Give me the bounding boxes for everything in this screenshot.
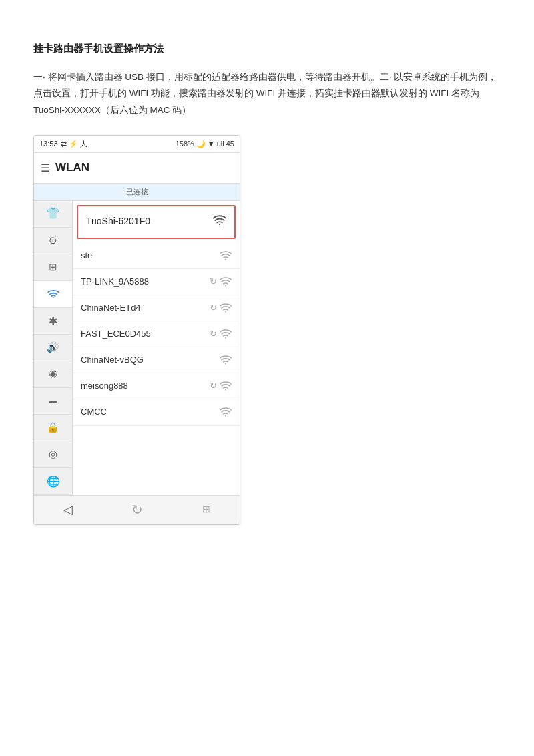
- status-time: 13:53: [39, 138, 58, 150]
- sidebar-item-lock[interactable]: 🔒: [34, 415, 72, 441]
- sidebar-item-location[interactable]: ◎: [34, 441, 72, 468]
- wlan-body: 👕 ⊙ ⊞ ✱ 🔊 ✺ ▬ 🔒 ◎ 🌐 TuoShi-: [34, 201, 240, 495]
- wifi-status-icon: ▼: [208, 138, 215, 150]
- bottom-nav: ◁ ↻ ⊞: [34, 495, 240, 524]
- wifi-actions: ↻: [210, 379, 232, 393]
- wifi-actions: ↻: [210, 274, 232, 289]
- wifi-row[interactable]: ste: [73, 243, 240, 269]
- sidebar-item-brightness[interactable]: ✺: [34, 361, 72, 388]
- svg-point-2: [225, 259, 226, 260]
- back-button[interactable]: ◁: [63, 500, 73, 520]
- wifi-row[interactable]: TP-LINK_9A5888 ↻: [73, 269, 240, 295]
- sidebar-item-battery[interactable]: ▬: [34, 388, 72, 415]
- status-icons: ⇄ ⚡ 人: [61, 138, 87, 150]
- sidebar-item-apps[interactable]: ⊞: [34, 254, 72, 281]
- page-title: 挂卡路由器手机设置操作方法: [33, 40, 501, 57]
- wifi-row[interactable]: ChinaNet-vBQG: [73, 347, 240, 373]
- connected-network-row[interactable]: TuoShi-6201F0: [77, 205, 236, 239]
- wifi-list: TuoShi-6201F0 ste: [73, 201, 240, 495]
- svg-point-3: [225, 285, 226, 287]
- sidebar-item-shirt[interactable]: 👕: [34, 201, 72, 228]
- status-bar: 13:53 ⇄ ⚡ 人 158% 🌙 ▼ ull 45: [34, 136, 240, 153]
- status-left: 13:53 ⇄ ⚡ 人: [39, 138, 87, 150]
- battery-icon: 🌙: [196, 138, 206, 150]
- wifi-name: ste: [81, 248, 92, 263]
- wlan-title: WLAN: [55, 158, 89, 178]
- signal-bars: ull: [217, 138, 224, 150]
- wifi-name: ChinaNet-ETd4: [81, 301, 141, 315]
- svg-point-6: [225, 363, 226, 365]
- wifi-actions: [220, 355, 232, 365]
- svg-point-5: [225, 337, 226, 339]
- status-right: 158% 🌙 ▼ ull 45: [176, 138, 234, 150]
- sidebar-item-wifi[interactable]: [34, 281, 72, 308]
- menu-icon[interactable]: ☰: [41, 159, 50, 177]
- loading-icon: ↻: [210, 301, 217, 315]
- wifi-actions: ↻: [210, 301, 232, 315]
- loading-icon: ↻: [210, 274, 217, 289]
- sidebar-item-sound[interactable]: 🔊: [34, 335, 72, 361]
- wifi-name: FAST_ECE0D455: [81, 327, 151, 341]
- refresh-button[interactable]: ↻: [131, 498, 143, 521]
- svg-point-0: [53, 297, 54, 299]
- battery-level: 45: [226, 138, 234, 150]
- svg-point-4: [225, 311, 226, 313]
- svg-point-1: [219, 224, 220, 225]
- connected-label: 已连接: [34, 184, 240, 201]
- loading-icon: ↻: [210, 327, 217, 341]
- wlan-header: ☰ WLAN: [34, 153, 240, 184]
- wifi-name: CMCC: [81, 405, 107, 419]
- phone-mockup: 13:53 ⇄ ⚡ 人 158% 🌙 ▼ ull 45 ☰ WLAN 已连接 👕…: [33, 135, 240, 524]
- wifi-name: TP-LINK_9A5888: [81, 274, 149, 289]
- wifi-actions: [220, 407, 232, 417]
- wifi-row[interactable]: meisong888 ↻: [73, 373, 240, 399]
- svg-point-8: [225, 415, 226, 417]
- sidebar-item-upload[interactable]: ⊙: [34, 228, 72, 254]
- battery-text: 158%: [176, 138, 194, 150]
- svg-point-7: [225, 389, 226, 391]
- wifi-row[interactable]: FAST_ECE0D455 ↻: [73, 321, 240, 347]
- connected-wifi-icon: [213, 213, 226, 231]
- intro-text: 一· 将网卡插入路由器 USB 接口，用标配的适配器给路由器供电，等待路由器开机…: [33, 69, 501, 120]
- home-button[interactable]: ⊞: [202, 502, 210, 518]
- connected-network-name: TuoShi-6201F0: [86, 214, 150, 230]
- sidebar-item-bluetooth[interactable]: ✱: [34, 308, 72, 335]
- wifi-name: meisong888: [81, 379, 128, 393]
- sidebar-item-language[interactable]: 🌐: [34, 468, 72, 495]
- wifi-row[interactable]: ChinaNet-ETd4 ↻: [73, 295, 240, 321]
- loading-icon: ↻: [210, 379, 217, 393]
- wifi-actions: [220, 251, 232, 260]
- wifi-name: ChinaNet-vBQG: [81, 353, 144, 367]
- wifi-row[interactable]: CMCC: [73, 399, 240, 425]
- wifi-actions: ↻: [210, 327, 232, 341]
- sidebar: 👕 ⊙ ⊞ ✱ 🔊 ✺ ▬ 🔒 ◎ 🌐: [34, 201, 73, 495]
